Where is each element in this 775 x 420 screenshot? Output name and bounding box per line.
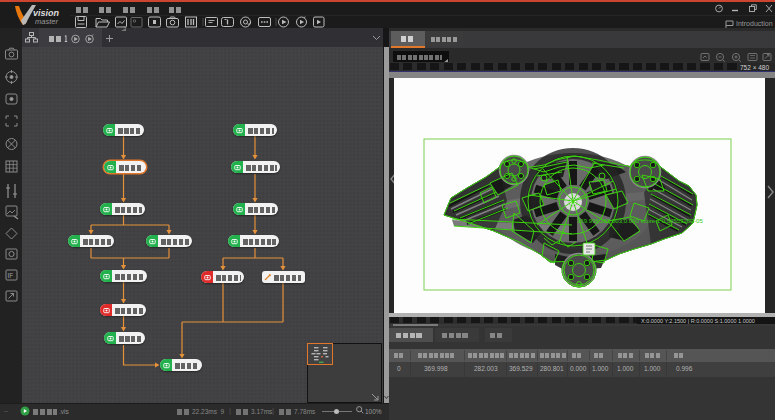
svg-text:IF: IF xyxy=(7,272,13,279)
svg-text:369.998,282.003,0.000 score 1: 369.998,282.003,0.000 score 1 0.5455328E… xyxy=(577,218,703,224)
svg-text:master: master xyxy=(35,17,58,26)
